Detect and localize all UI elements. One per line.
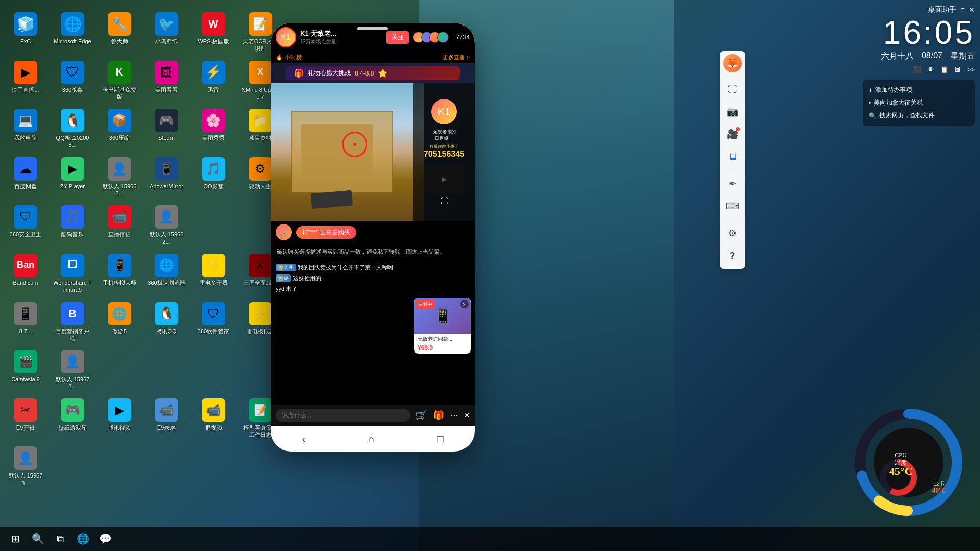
more-live-link[interactable]: 更多直播 > bbox=[443, 54, 470, 61]
side-toolbar: 🦊 ⛶ 📷 🎥 🖥 ✒ ⌨ ⚙ ? bbox=[720, 51, 745, 269]
clock-display: 16:05 bbox=[863, 16, 975, 49]
icon-zyplayer[interactable]: ▶ ZY Player bbox=[51, 154, 94, 201]
icon-camtasia[interactable]: 🎬 Camtasia 9 bbox=[4, 347, 47, 393]
toolbar-expand-button[interactable]: ⛶ bbox=[722, 79, 743, 99]
toolbar-screenshot-button[interactable]: 📷 bbox=[722, 102, 743, 122]
gift-button[interactable]: 🎁 bbox=[433, 410, 444, 421]
assistant-label: 桌面助手 bbox=[928, 5, 957, 14]
icon-wps[interactable]: W WPS 校园版 bbox=[192, 9, 235, 56]
cart-button[interactable]: 🛒 bbox=[415, 410, 427, 421]
icon-steam[interactable]: 🎮 Steam bbox=[145, 106, 188, 152]
icon-bizhi[interactable]: 🎮 壁纸游戏库 bbox=[51, 395, 94, 442]
taskbar-search-button[interactable]: 🔍 bbox=[27, 528, 49, 550]
icon-tengxunqq[interactable]: 🐧 腾讯QQ bbox=[145, 299, 188, 345]
search-widget[interactable]: 🔍 搜索网页，查找文件 bbox=[869, 109, 969, 122]
icon-moni[interactable]: 📱 手机模拟大师 bbox=[98, 251, 141, 297]
tray-icons: ⬛ 👁 📋 🖩 >> bbox=[863, 66, 975, 73]
settings-icon: ⚙ bbox=[728, 228, 737, 239]
toolbar-keyboard-button[interactable]: ⌨ bbox=[722, 196, 743, 216]
toolbar-pen-button[interactable]: ✒ bbox=[722, 173, 743, 194]
icon-leidianduo[interactable]: ⚡ 雷电多开器 bbox=[192, 251, 235, 297]
product-name: 无敌老陈同款... bbox=[414, 334, 471, 343]
monitor-gauge-svg: CPU 温度 45°C 显卡 40°C bbox=[852, 406, 965, 518]
icon-baidu[interactable]: ☁ 百度网盘 bbox=[4, 154, 47, 201]
help-icon: ? bbox=[730, 251, 736, 261]
icon-874[interactable]: 📱 8.7... bbox=[4, 299, 47, 345]
nav-home-button[interactable]: ⌂ bbox=[368, 433, 374, 445]
assistant-close-icon[interactable]: ✕ bbox=[969, 6, 975, 14]
taskbar-edge-pinned[interactable]: 🌐 bbox=[71, 528, 94, 550]
taskbar-wechat-pinned[interactable]: 💬 bbox=[94, 528, 116, 550]
icon-360anquan[interactable]: 🛡 360安全卫士 bbox=[4, 202, 47, 248]
big-avatar: K1 bbox=[431, 99, 457, 124]
icon-edge[interactable]: 🌐 Microsoft Edge bbox=[51, 9, 94, 56]
icon-360ya[interactable]: 📦 360压缩 bbox=[98, 106, 141, 152]
input-bar: 🛒 🎁 ··· × bbox=[271, 405, 475, 426]
desktop-icon[interactable]: ⬛ bbox=[913, 66, 921, 73]
nav-back-button[interactable]: ‹ bbox=[302, 433, 306, 445]
toolbar-user-avatar[interactable]: 🦊 bbox=[723, 54, 742, 72]
keyboard-icon: ⌨ bbox=[726, 201, 739, 212]
icon-tengxunshipin[interactable]: ▶ 腾讯视频 bbox=[98, 395, 141, 442]
icon-mypc[interactable]: 💻 我的电脑 bbox=[4, 106, 47, 152]
icon-wondershare[interactable]: 🎞 Wondershare Filmora9 bbox=[51, 251, 94, 297]
taskbar-start-button[interactable]: ⊞ bbox=[4, 528, 27, 550]
clipboard-icon-tray[interactable]: 📋 bbox=[940, 66, 948, 73]
product-card: 讲解中 × 📱 无敌老陈同款... ¥69.9 bbox=[414, 298, 471, 354]
icon-meituxiu[interactable]: 🌸 美图秀秀 bbox=[192, 106, 235, 152]
icon-xiaoniao[interactable]: 🐦 小鸟壁纸 bbox=[145, 9, 188, 56]
assistant-menu-icon[interactable]: ≡ bbox=[961, 6, 965, 14]
icon-xunlei[interactable]: ⚡ 迅雷 bbox=[192, 58, 235, 104]
pen-icon: ✒ bbox=[729, 178, 737, 189]
add-todo-widget[interactable]: + 添加待办事项 bbox=[869, 84, 969, 96]
icon-3d[interactable]: 🧊 FxC bbox=[4, 9, 47, 56]
icon-360liulan[interactable]: 🌐 360极速浏览器 bbox=[145, 251, 188, 297]
eye-icon-tray[interactable]: 👁 bbox=[927, 66, 934, 73]
icon-miaoai5[interactable]: 🌐 傲游5 bbox=[98, 299, 141, 345]
taskbar-taskview-button[interactable]: ⧉ bbox=[49, 528, 71, 550]
icon-kuaishou[interactable]: ▶ 快手直播... bbox=[4, 58, 47, 104]
icon-360sha[interactable]: 🛡 360杀毒 bbox=[51, 58, 94, 104]
icon-360ruanjian[interactable]: 🛡 360软件管家 bbox=[192, 299, 235, 345]
expand-tray[interactable]: >> bbox=[967, 66, 975, 73]
icon-baiduyingxiao[interactable]: B 百度营销客户端 bbox=[51, 299, 94, 345]
hot-bar: 🔥 小时榜 更多直播 > bbox=[271, 52, 475, 63]
calc-icon-tray[interactable]: 🖩 bbox=[954, 66, 961, 73]
phone-speaker bbox=[357, 27, 388, 30]
icon-moreren2[interactable]: 👤 默认人 159662... bbox=[145, 202, 188, 248]
purchase-notification: 🛒 柠**** 正在去购买 bbox=[271, 221, 475, 243]
product-close-button[interactable]: × bbox=[460, 300, 469, 308]
icon-evluju[interactable]: 📹 EV录屏 bbox=[145, 395, 188, 442]
comment-input[interactable] bbox=[276, 409, 410, 422]
expand-video-icon[interactable]: ⛶ bbox=[440, 197, 448, 205]
icon-moreren3[interactable]: 👤 默认人 159678... bbox=[51, 347, 94, 393]
icon-qq2020[interactable]: 🐧 QQ极..202008... bbox=[51, 106, 94, 152]
toolbar-help-button[interactable]: ? bbox=[722, 245, 743, 266]
icon-kugou[interactable]: 🎵 酷狗音乐 bbox=[51, 202, 94, 248]
toolbar-monitor-button[interactable]: 🖥 bbox=[722, 146, 743, 167]
icon-qunshipin[interactable]: 📹 群视频 bbox=[192, 395, 235, 442]
icon-zhibo[interactable]: 📹 直播伴侣 bbox=[98, 202, 141, 248]
icon-kaspersky[interactable]: K 卡巴斯基免费版 bbox=[98, 58, 141, 104]
icon-luda[interactable]: 🔧 鲁大师 bbox=[98, 9, 141, 56]
icon-evshouji[interactable]: ✂ EV剪辑 bbox=[4, 395, 47, 442]
streamer-info: K1-无敌老... 12万本场点赞量 bbox=[300, 29, 382, 45]
icon-moreren[interactable]: 👤 默认人 159662... bbox=[98, 154, 141, 201]
svg-text:CPU: CPU bbox=[895, 452, 907, 459]
icon-bandicam[interactable]: Ban Bandicam bbox=[4, 251, 47, 297]
close-stream-button[interactable]: × bbox=[464, 410, 470, 421]
viewer-avatar-4 bbox=[437, 32, 449, 43]
desktop: 🧊 FxC 🌐 Microsoft Edge 🔧 鲁大师 🐦 小鸟壁纸 W WP… bbox=[0, 0, 980, 551]
toolbar-record-button[interactable]: 🎥 bbox=[722, 124, 743, 144]
fire-icon: 🔥 bbox=[276, 54, 283, 61]
nav-recent-button[interactable]: □ bbox=[437, 433, 443, 445]
crown-icon: 👑 bbox=[278, 265, 283, 270]
icon-moreren4[interactable]: 👤 默认人 159678... bbox=[4, 443, 47, 490]
warning-message: 确认购买链接描述与实际商品一致，避免私下转账，谨防上当受骗。 bbox=[271, 243, 475, 261]
icon-meitujk[interactable]: 🖼 美图看看 bbox=[145, 58, 188, 104]
icon-qqyingyin[interactable]: 🎵 QQ影音 bbox=[192, 154, 235, 201]
follow-button[interactable]: 关注 bbox=[386, 31, 409, 44]
more-button[interactable]: ··· bbox=[450, 410, 458, 421]
icon-apowermirror[interactable]: 📱 ApowerMirror bbox=[145, 154, 188, 201]
toolbar-settings-button[interactable]: ⚙ bbox=[722, 223, 743, 243]
